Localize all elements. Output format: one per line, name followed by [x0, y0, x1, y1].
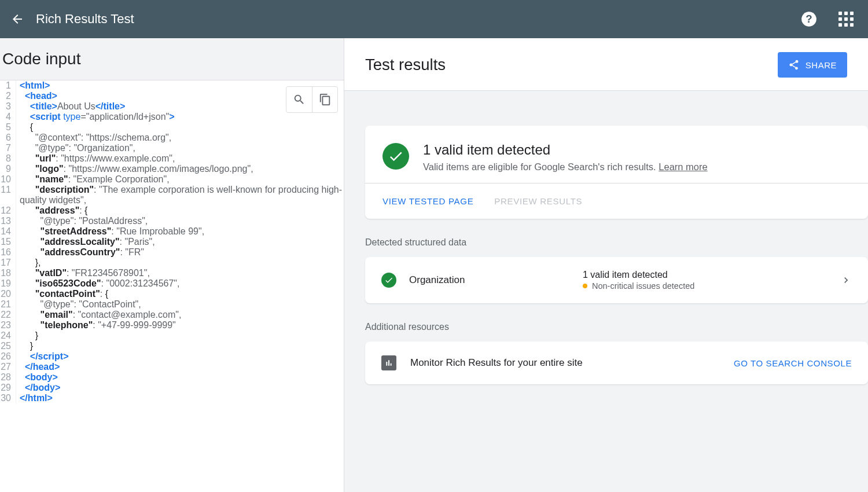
code-editor[interactable]: 1<html>2 <head>3 <title>About Us</title>… — [0, 80, 344, 492]
code-text[interactable]: "address": { — [16, 205, 344, 216]
additional-label: Additional resources — [365, 322, 868, 332]
code-line[interactable]: 11 "description": "The example corporati… — [0, 185, 344, 205]
share-label: SHARE — [806, 60, 837, 70]
valid-heading: 1 valid item detected — [423, 142, 708, 158]
code-line[interactable]: 13 "@type": "PostalAddress", — [0, 216, 344, 226]
line-number: 24 — [0, 331, 16, 341]
code-line[interactable]: 12 "address": { — [0, 205, 344, 216]
code-text[interactable]: "iso6523Code": "0002:31234567", — [16, 278, 344, 289]
apps-icon — [838, 12, 854, 27]
help-button[interactable]: ? — [797, 8, 821, 31]
line-number: 13 — [0, 216, 16, 226]
code-line[interactable]: 20 "contactPoint": { — [0, 289, 344, 299]
code-text[interactable]: "telephone": "+47-99-999-9999" — [16, 320, 344, 331]
go-to-search-console-button[interactable]: GO TO SEARCH CONSOLE — [734, 358, 852, 368]
code-text[interactable]: "addressCountry": "FR" — [16, 247, 344, 258]
line-number: 3 — [0, 101, 16, 112]
code-line[interactable]: 10 "name": "Example Corporation", — [0, 174, 344, 185]
line-number: 11 — [0, 185, 16, 205]
line-number: 20 — [0, 289, 16, 299]
line-number: 21 — [0, 299, 16, 310]
code-line[interactable]: 17 }, — [0, 258, 344, 268]
left-panel: Code input 1<html>2 <head>3 <title>About… — [0, 38, 344, 492]
code-text[interactable]: "logo": "https://www.example.com/images/… — [16, 164, 344, 174]
code-line[interactable]: 9 "logo": "https://www.example.com/image… — [0, 164, 344, 174]
code-text[interactable]: </script> — [16, 351, 344, 362]
code-line[interactable]: 7 "@type": "Organization", — [0, 143, 344, 153]
code-line[interactable]: 24 } — [0, 331, 344, 341]
code-line[interactable]: 15 "addressLocality": "Paris", — [0, 237, 344, 247]
code-text[interactable]: } — [16, 331, 344, 341]
code-text[interactable]: "name": "Example Corporation", — [16, 174, 344, 185]
line-number: 25 — [0, 341, 16, 351]
code-line[interactable]: 28 <body> — [0, 372, 344, 383]
back-button[interactable] — [10, 12, 24, 26]
learn-more-link[interactable]: Learn more — [659, 161, 707, 172]
code-line[interactable]: 30</html> — [0, 393, 344, 403]
code-line[interactable]: 27 </head> — [0, 362, 344, 372]
code-line[interactable]: 22 "email": "contact@example.com", — [0, 310, 344, 320]
code-line[interactable]: 23 "telephone": "+47-99-999-9999" — [0, 320, 344, 331]
results-title: Test results — [365, 56, 446, 74]
line-number: 12 — [0, 205, 16, 216]
code-line[interactable]: 19 "iso6523Code": "0002:31234567", — [0, 278, 344, 289]
monitor-card: Monitor Rich Results for your entire sit… — [365, 342, 868, 384]
code-line[interactable]: 21 "@type": "ContactPoint", — [0, 299, 344, 310]
warning-dot-icon — [583, 284, 587, 288]
line-number: 30 — [0, 393, 16, 403]
code-line[interactable]: 16 "addressCountry": "FR" — [0, 247, 344, 258]
line-number: 28 — [0, 372, 16, 383]
view-tested-page-button[interactable]: VIEW TESTED PAGE — [382, 196, 473, 206]
line-number: 26 — [0, 351, 16, 362]
code-text[interactable]: "vatID": "FR12345678901", — [16, 268, 344, 278]
results-header: Test results SHARE — [344, 38, 868, 91]
code-line[interactable]: 6 "@context": "https://schema.org", — [0, 133, 344, 143]
code-search-button[interactable] — [286, 87, 312, 112]
app-title: Rich Results Test — [36, 12, 134, 27]
share-button[interactable]: SHARE — [778, 52, 847, 78]
code-text[interactable]: <body> — [16, 372, 344, 383]
line-number: 6 — [0, 133, 16, 143]
code-text[interactable]: "description": "The example corporation … — [16, 185, 344, 205]
code-text[interactable]: </body> — [16, 383, 344, 393]
code-text[interactable]: }, — [16, 258, 344, 268]
code-text[interactable]: </html> — [16, 393, 344, 403]
check-icon — [382, 143, 409, 170]
code-text[interactable]: <script type="application/ld+json"> — [16, 112, 344, 122]
apps-button[interactable] — [834, 8, 858, 31]
code-text[interactable]: "url": "https://www.example.com", — [16, 153, 344, 164]
code-text[interactable]: "@context": "https://schema.org", — [16, 133, 344, 143]
code-text[interactable]: { — [16, 122, 344, 133]
code-line[interactable]: 25 } — [0, 341, 344, 351]
structured-data-detail-1: 1 valid item detected — [583, 270, 840, 280]
code-text[interactable]: "addressLocality": "Paris", — [16, 237, 344, 247]
line-number: 5 — [0, 122, 16, 133]
chevron-right-icon — [840, 274, 852, 286]
line-number: 15 — [0, 237, 16, 247]
structured-data-row-organization[interactable]: Organization 1 valid item detected Non-c… — [365, 257, 868, 303]
code-text[interactable]: </head> — [16, 362, 344, 372]
line-number: 16 — [0, 247, 16, 258]
line-number: 2 — [0, 91, 16, 101]
code-text[interactable]: } — [16, 341, 344, 351]
code-line[interactable]: 18 "vatID": "FR12345678901", — [0, 268, 344, 278]
code-text[interactable]: "email": "contact@example.com", — [16, 310, 344, 320]
code-line[interactable]: 26 </script> — [0, 351, 344, 362]
code-line[interactable]: 4 <script type="application/ld+json"> — [0, 112, 344, 122]
monitor-text: Monitor Rich Results for your entire sit… — [410, 357, 583, 369]
line-number: 18 — [0, 268, 16, 278]
code-text[interactable]: "streetAddress": "Rue Improbable 99", — [16, 226, 344, 237]
code-line[interactable]: 14 "streetAddress": "Rue Improbable 99", — [0, 226, 344, 237]
structured-data-detail-2: Non-critical issues detected — [583, 281, 840, 291]
share-icon — [788, 59, 800, 71]
search-icon — [293, 93, 306, 106]
code-line[interactable]: 5 { — [0, 122, 344, 133]
code-line[interactable]: 29 </body> — [0, 383, 344, 393]
code-line[interactable]: 8 "url": "https://www.example.com", — [0, 153, 344, 164]
code-copy-button[interactable] — [312, 87, 337, 112]
code-text[interactable]: "@type": "Organization", — [16, 143, 344, 153]
line-number: 29 — [0, 383, 16, 393]
code-text[interactable]: "contactPoint": { — [16, 289, 344, 299]
code-text[interactable]: "@type": "PostalAddress", — [16, 216, 344, 226]
code-text[interactable]: "@type": "ContactPoint", — [16, 299, 344, 310]
